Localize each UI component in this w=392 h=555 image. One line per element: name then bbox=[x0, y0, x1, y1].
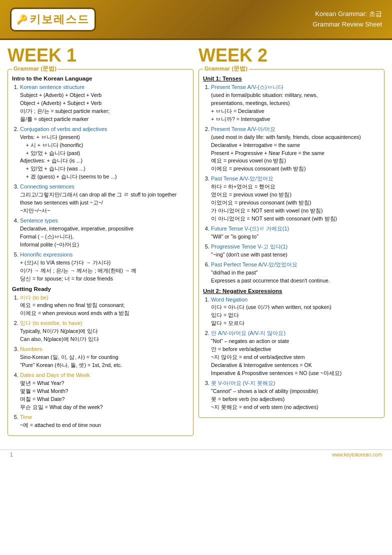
item-heading: Present Tense A/V-아/어요 bbox=[211, 126, 276, 132]
item-body: Verbs: + ㅂ니다 (present) + 시 + ㅂ니다 (honori… bbox=[20, 134, 116, 180]
week2-unit2-list: Word Negation 이다 = 아니다 (use 이/가 when wri… bbox=[203, 296, 380, 412]
week2-column: WEEK 2 Grammar (문법) Unit 1: Tenses Prese… bbox=[198, 45, 384, 440]
item-body: "did/had in the past" Expresses a past o… bbox=[211, 270, 330, 284]
list-item: Word Negation 이다 = 아니다 (use 이/가 when wri… bbox=[211, 296, 380, 328]
item-body: (used in formal/public situation: milita… bbox=[211, 92, 318, 122]
logo-box: 🔑 키보레스드 bbox=[10, 8, 96, 32]
list-item: Past Tense A/V-았/었어요 하다 = 하+였어요 = 했어요 였어… bbox=[211, 175, 380, 223]
item-heading: Dates and Days of the Week bbox=[20, 372, 90, 378]
item-body: 몇년 = What Year? 몇월 = What Month? 며칠 = Wh… bbox=[20, 380, 103, 410]
footer-page: 1 bbox=[10, 452, 13, 458]
week1-grammar-label: Grammar (문법) bbox=[12, 65, 58, 72]
list-item: 안 A/V-아/어요 (A/V-지 않아요) "Not" – negates a… bbox=[211, 330, 380, 378]
list-item: Present Tense A/V-아/어요 (used most in dai… bbox=[211, 126, 380, 174]
week1-column: WEEK 1 Grammar (문법) Intro to the Korean … bbox=[8, 45, 194, 440]
week2-grammar-label: Grammar (문법) bbox=[203, 65, 249, 72]
list-item: Connecting sentences 그리고/그렇지만/그래서 can dr… bbox=[20, 183, 189, 215]
list-item: Future Tense V-(으)ㄹ 거에요(1) "Will" or "is… bbox=[211, 225, 380, 241]
footer: 1 www.keytokorean.com bbox=[0, 450, 392, 460]
week2-grammar-section: Grammar (문법) Unit 1: Tenses Present Tens… bbox=[198, 69, 384, 418]
week2-unit2-section: Unit 2: Negative Expressions Word Negati… bbox=[203, 288, 380, 412]
list-item: Sentence types Declarative, interrogativ… bbox=[20, 217, 189, 249]
item-heading: Word Negation bbox=[211, 296, 248, 302]
item-body: + (으)시 to V/A stems (가다 → 가시다) 이/가 → 께서 … bbox=[20, 260, 136, 282]
item-heading: Korean sentence structure bbox=[20, 84, 84, 90]
list-item: Honorific expressions + (으)시 to V/A stem… bbox=[20, 251, 189, 283]
item-body: Typically, N이/가 N(place)에 있다 Can also, N… bbox=[20, 328, 99, 342]
list-item: Past Perfect Tense A/V-았/었었어요 "did/had i… bbox=[211, 261, 380, 285]
list-item: 이다 (to be) 예요 = ending when no final 받침 … bbox=[20, 294, 189, 318]
week1-getting-ready-title: Getting Ready bbox=[12, 286, 189, 292]
item-body: "~ing" (don't use with past tense) bbox=[211, 252, 288, 258]
week1-getting-ready-list: 이다 (to be) 예요 = ending when no final 받침 … bbox=[12, 294, 189, 430]
footer-website: www.keytokorean.com bbox=[332, 452, 382, 458]
week2-unit1-list: Present Tense A/V-(스)ㅂ니다 (used in formal… bbox=[203, 84, 380, 285]
header-title: Korean Grammar: 초급 Grammar Review Sheet bbox=[312, 9, 382, 30]
item-body: ~에 = attached to end of time noun bbox=[20, 422, 101, 428]
item-heading: Present Tense A/V-(스)ㅂ니다 bbox=[211, 84, 284, 90]
week2-unit1-section: Unit 1: Tenses Present Tense A/V-(스)ㅂ니다 … bbox=[203, 76, 380, 285]
item-body: Declarative, interrogative, imperative, … bbox=[20, 226, 134, 248]
list-item: Conjugation of verbs and adjectives Verb… bbox=[20, 126, 189, 182]
list-item: Numbers Sino-Korean (일, 이, 삼, 사) = for c… bbox=[20, 346, 189, 370]
logo-text: 키보레스드 bbox=[30, 12, 90, 27]
main-content: WEEK 1 Grammar (문법) Intro to the Korean … bbox=[0, 40, 392, 448]
list-item: Time ~에 = attached to end of time noun bbox=[20, 414, 189, 430]
week2-unit1-title: Unit 1: Tenses bbox=[203, 76, 380, 82]
list-item: 있다 (to exist/be, to have) Typically, N이/… bbox=[20, 320, 189, 344]
week1-getting-ready-section: Getting Ready 이다 (to be) 예요 = ending whe… bbox=[12, 286, 189, 430]
item-heading: Numbers bbox=[20, 346, 42, 352]
list-item: 못 V-아/어요 (V-지 못해요) "Cannot" – shows a la… bbox=[211, 380, 380, 412]
item-body: 예요 = ending when no final 받침 consonant; … bbox=[20, 302, 130, 316]
item-heading: Conjugation of verbs and adjectives bbox=[20, 126, 107, 132]
item-heading: Progressive Tense V-고 있다(1) bbox=[211, 244, 288, 250]
logo-area: 🔑 키보레스드 bbox=[10, 8, 96, 32]
item-heading: 안 A/V-아/어요 (A/V-지 않아요) bbox=[211, 330, 286, 336]
subtitle-line1: Korean Grammar: 초급 bbox=[312, 9, 382, 20]
list-item: Progressive Tense V-고 있다(1) "~ing" (don'… bbox=[211, 243, 380, 259]
item-body: 이다 = 아니다 (use 이/가 when written, not spok… bbox=[211, 304, 332, 326]
subtitle-line2: Grammar Review Sheet bbox=[312, 20, 382, 30]
item-body: "Will" or "is going to" bbox=[211, 234, 258, 240]
list-item: Korean sentence structure Subject + (Adv… bbox=[20, 84, 189, 124]
item-heading: Past Tense A/V-았/었어요 bbox=[211, 176, 274, 182]
item-heading: 못 V-아/어요 (V-지 못해요) bbox=[211, 380, 275, 386]
item-heading: Time bbox=[20, 414, 32, 420]
item-body: "Not" – negates an action or state 안 = b… bbox=[211, 338, 342, 376]
item-body: 하다 = 하+였어요 = 했어요 였어요 = previous vowel (n… bbox=[211, 184, 337, 222]
logo-key-icon: 🔑 bbox=[16, 14, 28, 25]
item-body: (used most in daily life: with family, f… bbox=[211, 134, 361, 172]
week2-unit2-title: Unit 2: Negative Expressions bbox=[203, 288, 380, 294]
list-item: Present Tense A/V-(스)ㅂ니다 (used in formal… bbox=[211, 84, 380, 124]
week1-intro-list: Korean sentence structure Subject + (Adv… bbox=[12, 84, 189, 283]
item-heading: Future Tense V-(으)ㄹ 거에요(1) bbox=[211, 226, 289, 232]
item-heading: 이다 (to be) bbox=[20, 294, 48, 300]
item-heading: 있다 (to exist/be, to have) bbox=[20, 320, 82, 326]
item-body: Sino-Korean (일, 이, 삼, 사) = for counting … bbox=[20, 354, 122, 368]
item-heading: Connecting sentences bbox=[20, 184, 74, 190]
list-item: Dates and Days of the Week 몇년 = What Yea… bbox=[20, 372, 189, 412]
item-heading: Past Perfect Tense A/V-았/었었어요 bbox=[211, 262, 298, 268]
item-body: Subject + (Adverb) + Object + Verb Objec… bbox=[20, 92, 110, 122]
header: 🔑 키보레스드 Korean Grammar: 초급 Grammar Revie… bbox=[0, 0, 392, 40]
item-heading: Honorific expressions bbox=[20, 252, 72, 258]
week1-title: WEEK 1 bbox=[8, 45, 194, 66]
item-body: "Cannot" – shows a lack of ability (impo… bbox=[211, 388, 318, 410]
item-heading: Sentence types bbox=[20, 218, 58, 224]
week1-intro-section: Intro to the Korean Language Korean sent… bbox=[12, 76, 189, 283]
week1-grammar-section: Grammar (문법) Intro to the Korean Languag… bbox=[8, 69, 194, 436]
week2-title: WEEK 2 bbox=[198, 45, 384, 66]
week1-intro-title: Intro to the Korean Language bbox=[12, 76, 189, 82]
item-body: 그리고/그렇지만/그래서 can drop all the 그 ㄹ stuff … bbox=[20, 192, 176, 214]
